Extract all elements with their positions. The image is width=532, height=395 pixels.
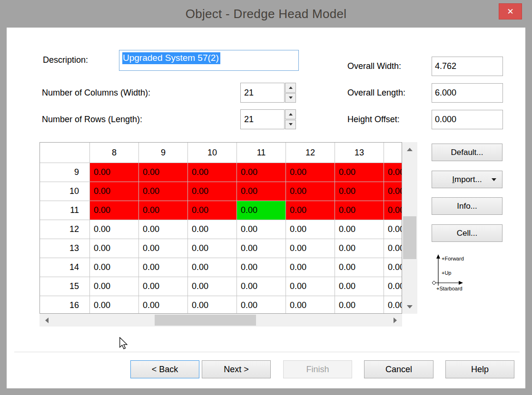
num-columns-value[interactable]: 21 — [240, 83, 285, 103]
num-columns-spin-down-button[interactable] — [285, 93, 296, 103]
grid-cell[interactable]: 0.00 — [139, 201, 188, 220]
grid-cell[interactable]: 0.00 — [384, 220, 402, 239]
import-button[interactable]: Import... — [432, 171, 502, 188]
grid-cell[interactable]: 0.00 — [188, 201, 237, 220]
grid-cell[interactable]: 0.00 — [335, 258, 384, 277]
horizontal-scroll-thumb[interactable] — [155, 315, 256, 326]
grid-row-header[interactable]: 13 — [40, 239, 90, 258]
grid-cell[interactable]: 0.00 — [90, 258, 139, 277]
num-rows-spin-up-button[interactable] — [285, 109, 296, 119]
grid-row-header[interactable]: 16 — [40, 296, 90, 314]
grid-cell[interactable]: 0.00 — [286, 296, 335, 314]
grid-cell[interactable]: 0.00 — [286, 220, 335, 239]
grid-cell[interactable]: 0.00 — [139, 277, 188, 296]
grid-cell[interactable]: 0.00 — [335, 239, 384, 258]
grid-cell[interactable]: 0.00 — [139, 296, 188, 314]
grid-cell[interactable]: 0.00 — [286, 182, 335, 201]
grid-cell[interactable]: 0.00 — [139, 220, 188, 239]
num-rows-value[interactable]: 21 — [240, 109, 285, 129]
grid-column-header[interactable]: 10 — [188, 143, 237, 163]
num-rows-spinner[interactable]: 21 — [240, 109, 296, 129]
grid-cell[interactable]: 0.00 — [188, 239, 237, 258]
grid-cell[interactable]: 0.00 — [384, 296, 402, 314]
description-input[interactable]: Upgraded System 57(2) — [119, 50, 299, 71]
grid-cell[interactable]: 0.00 — [384, 239, 402, 258]
grid-cell[interactable]: 0.00 — [384, 163, 402, 182]
grid-cell[interactable]: 0.00 — [335, 220, 384, 239]
grid-cell[interactable]: 0.00 — [384, 258, 402, 277]
grid-cell[interactable]: 0.00 — [286, 239, 335, 258]
grid-cell[interactable]: 0.00 — [286, 258, 335, 277]
grid-cell[interactable]: 0.00 — [90, 277, 139, 296]
grid-column-header[interactable]: 11 — [237, 143, 286, 163]
grid-cell[interactable]: 0.00 — [384, 201, 402, 220]
grid-cell[interactable]: 0.00 — [188, 296, 237, 314]
grid-cell[interactable]: 0.00 — [139, 182, 188, 201]
grid-cell[interactable]: 0.00 — [335, 277, 384, 296]
grid-column-header[interactable]: 13 — [335, 143, 384, 163]
scroll-right-button[interactable] — [388, 314, 402, 327]
grid-cell[interactable]: 0.00 — [237, 258, 286, 277]
grid-cell[interactable]: 0.00 — [237, 163, 286, 182]
grid-cell[interactable]: 0.00 — [90, 163, 139, 182]
title-bar[interactable]: Object - Dredge Head Model ✕ — [0, 0, 532, 28]
grid-row-header[interactable]: 14 — [40, 258, 90, 277]
grid-cell[interactable]: 0.00 — [237, 296, 286, 314]
grid-cell[interactable]: 0.00 — [286, 163, 335, 182]
overall-width-input[interactable]: 4.762 — [432, 57, 503, 76]
grid-cell[interactable]: 0.00 — [188, 258, 237, 277]
vertical-scroll-thumb[interactable] — [403, 216, 416, 259]
grid-cell[interactable]: 0.00 — [335, 163, 384, 182]
grid-cell[interactable]: 0.00 — [139, 163, 188, 182]
grid-cell[interactable]: 0.00 — [188, 163, 237, 182]
num-columns-spinner[interactable]: 21 — [240, 83, 296, 103]
grid-cell[interactable]: 0.00 — [237, 182, 286, 201]
info-button[interactable]: Info... — [432, 197, 502, 215]
grid-cell[interactable]: 0.00 — [90, 239, 139, 258]
scroll-up-button[interactable] — [402, 143, 417, 156]
grid-row-header[interactable]: 15 — [40, 277, 90, 296]
grid-cell[interactable]: 0.00 — [139, 239, 188, 258]
grid-row-header[interactable]: 11 — [40, 201, 90, 220]
scroll-left-button[interactable] — [40, 314, 53, 327]
grid-cell[interactable]: 0.00 — [286, 201, 335, 220]
grid-horizontal-scrollbar[interactable] — [39, 314, 402, 327]
grid-row-header[interactable]: 12 — [40, 220, 90, 239]
cancel-button[interactable]: Cancel — [364, 360, 433, 378]
grid-cell[interactable]: 0.00 — [237, 220, 286, 239]
grid-cell[interactable]: 0.00 — [335, 182, 384, 201]
grid-cell[interactable]: 0.00 — [188, 277, 237, 296]
grid-cell[interactable]: 0.00 — [335, 296, 384, 314]
default-button[interactable]: Default... — [432, 144, 502, 161]
back-button[interactable]: < Back — [130, 360, 199, 378]
grid-column-header[interactable]: 9 — [139, 143, 188, 163]
close-button[interactable]: ✕ — [499, 3, 522, 19]
grid-row-header[interactable]: 10 — [40, 182, 90, 201]
grid-cell[interactable]: 0.00 — [188, 182, 237, 201]
grid-cell[interactable]: 0.00 — [90, 220, 139, 239]
grid-cell[interactable]: 0.00 — [90, 296, 139, 314]
grid-cell[interactable]: 0.00 — [90, 201, 139, 220]
grid-vertical-scrollbar[interactable] — [402, 142, 417, 314]
num-rows-spin-down-button[interactable] — [285, 120, 296, 130]
grid-row-header[interactable]: 9 — [40, 163, 90, 182]
help-button[interactable]: Help — [445, 360, 514, 378]
next-button[interactable]: Next > — [202, 360, 271, 378]
grid-cell[interactable]: 0.00 — [237, 201, 286, 220]
grid-cell[interactable]: 0.00 — [335, 201, 384, 220]
overall-length-input[interactable]: 6.000 — [432, 83, 503, 103]
height-offset-input[interactable]: 0.000 — [432, 110, 503, 129]
grid-column-header[interactable]: 12 — [286, 143, 335, 163]
grid-cell[interactable]: 0.00 — [90, 182, 139, 201]
grid-cell[interactable]: 0.00 — [139, 258, 188, 277]
grid-cell[interactable]: 0.00 — [384, 277, 402, 296]
grid-cell[interactable]: 0.00 — [286, 277, 335, 296]
grid-cell[interactable]: 0.00 — [384, 182, 402, 201]
num-columns-spin-up-button[interactable] — [285, 83, 296, 93]
cell-button[interactable]: Cell... — [432, 224, 502, 242]
grid-cell[interactable]: 0.00 — [188, 220, 237, 239]
scroll-down-button[interactable] — [402, 300, 417, 313]
grid-cell[interactable]: 0.00 — [237, 239, 286, 258]
grid-cell[interactable]: 0.00 — [237, 277, 286, 296]
grid-column-header[interactable]: 8 — [90, 143, 139, 163]
